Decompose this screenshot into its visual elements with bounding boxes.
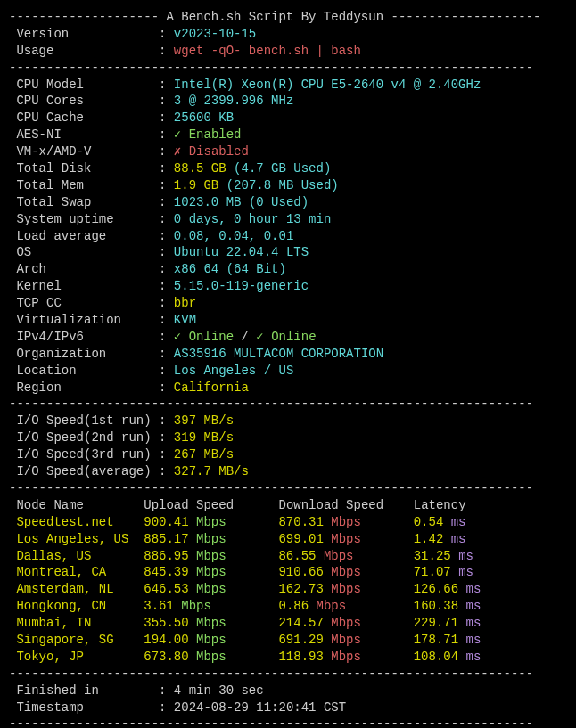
mem-row: Total Mem : 1.9 GB (207.8 MB Used) xyxy=(9,177,567,194)
upload-unit: Mbps xyxy=(196,515,226,529)
region-value: California xyxy=(174,380,249,395)
latency-unit: ms xyxy=(458,549,473,563)
latency-value: 126.66 xyxy=(414,582,466,596)
org-row: Organization : AS35916 MULTACOM CORPORAT… xyxy=(9,346,567,363)
latency-value: 31.25 xyxy=(414,549,458,563)
org-value: AS35916 MULTACOM CORPORATION xyxy=(174,347,383,361)
latency-value: 160.38 xyxy=(414,599,466,613)
os-row: OS : Ubuntu 22.04.4 LTS xyxy=(9,244,567,261)
latency-value: 178.71 xyxy=(414,633,466,647)
uptime-row: System uptime : 0 days, 0 hour 13 min xyxy=(9,211,567,228)
download-value: 699.01 xyxy=(278,532,331,546)
upload-unit: Mbps xyxy=(196,532,226,546)
kernel-row: Kernel : 5.15.0-119-generic xyxy=(9,278,567,295)
finished-value: 4 min 30 sec xyxy=(174,683,264,698)
download-unit: Mbps xyxy=(317,599,347,613)
io3-row: I/O Speed(3rd run) : 267 MB/s xyxy=(9,446,567,463)
swap-used: (0 Used) xyxy=(249,195,309,209)
download-value: 910.66 xyxy=(278,565,331,579)
node-name: Hongkong, CN xyxy=(16,599,136,613)
usage-label: Usage xyxy=(16,44,159,58)
latency-unit: ms xyxy=(466,599,481,613)
finished-row: Finished in : 4 min 30 sec xyxy=(9,683,567,699)
download-value: 691.29 xyxy=(278,633,331,647)
latency-value: 108.04 xyxy=(414,650,466,664)
upload-unit: Mbps xyxy=(196,549,226,563)
speedtest-row: Hongkong, CN 3.61 Mbps 0.86 Mbps 160.38 … xyxy=(9,598,567,615)
version-label: Version xyxy=(16,27,159,41)
arch-row: Arch : x86_64 (64 Bit) xyxy=(9,261,567,278)
upload-unit: Mbps xyxy=(196,616,226,630)
cpu-cores-value: 3 @ 2399.996 MHz xyxy=(174,94,293,108)
divider: ----------------------------------------… xyxy=(9,666,567,683)
upload-value: 194.00 xyxy=(144,633,196,647)
latency-value: 1.42 xyxy=(414,532,451,546)
speedtest-row: Tokyo, JP 673.80 Mbps 118.93 Mbps 108.04… xyxy=(9,649,567,666)
uptime-value: 0 days, 0 hour 13 min xyxy=(174,212,331,226)
io1-value: 397 MB/s xyxy=(174,413,234,428)
download-value: 870.31 xyxy=(278,515,331,529)
timestamp-row: Timestamp : 2024-08-29 11:20:41 CST xyxy=(9,699,567,716)
cpu-cores-row: CPU Cores : 3 @ 2399.996 MHz xyxy=(9,93,567,110)
upload-value: 3.61 xyxy=(144,599,181,613)
cpu-cache-value: 25600 KB xyxy=(174,110,234,125)
upload-value: 646.53 xyxy=(144,582,196,596)
download-value: 214.57 xyxy=(278,616,331,630)
header-line: -------------------- A Bench.sh Script B… xyxy=(9,9,567,26)
ipv4-value: ✓ Online xyxy=(174,330,234,344)
speedtest-row: Montreal, CA 845.39 Mbps 910.66 Mbps 71.… xyxy=(9,564,567,581)
mem-used: (207.8 MB Used) xyxy=(226,178,339,192)
latency-unit: ms xyxy=(466,650,481,664)
latency-value: 0.54 xyxy=(414,515,451,529)
download-unit: Mbps xyxy=(331,565,361,579)
speedtest-row: Singapore, SG 194.00 Mbps 691.29 Mbps 17… xyxy=(9,632,567,649)
node-name: Tokyo, JP xyxy=(16,650,136,664)
loc-value: Los Angeles / US xyxy=(174,364,293,378)
io1-row: I/O Speed(1st run) : 397 MB/s xyxy=(9,413,567,429)
download-unit: Mbps xyxy=(331,616,361,630)
col-node: Node Name xyxy=(16,498,84,512)
download-value: 86.55 xyxy=(278,549,323,563)
ipv-row: IPv4/IPv6 : ✓ Online / ✓ Online xyxy=(9,329,567,346)
vmx-value: ✗ Disabled xyxy=(174,144,249,159)
virt-value: KVM xyxy=(174,313,196,327)
speedtest-row: Speedtest.net 900.41 Mbps 870.31 Mbps 0.… xyxy=(9,514,567,531)
terminal-output: -------------------- A Bench.sh Script B… xyxy=(9,9,567,728)
region-row: Region : California xyxy=(9,380,567,397)
col-upload: Upload Speed xyxy=(144,498,234,512)
ioavg-row: I/O Speed(average) : 327.7 MB/s xyxy=(9,463,567,480)
download-value: 118.93 xyxy=(278,650,331,664)
tcp-value: bbr xyxy=(174,296,196,310)
latency-unit: ms xyxy=(466,582,481,596)
upload-unit: Mbps xyxy=(196,650,226,664)
node-name: Dallas, US xyxy=(16,549,136,563)
download-value: 0.86 xyxy=(278,599,316,613)
ipv6-value: ✓ Online xyxy=(256,330,316,344)
node-name: Montreal, CA xyxy=(16,565,136,579)
usage-value: wget -qO- bench.sh | bash xyxy=(174,44,361,58)
divider: ----------------------------------------… xyxy=(9,396,567,413)
mem-value: 1.9 GB xyxy=(174,178,218,192)
col-download: Download Speed xyxy=(279,498,384,512)
speedtest-row: Dallas, US 886.95 Mbps 86.55 Mbps 31.25 … xyxy=(9,548,567,565)
disk-row: Total Disk : 88.5 GB (4.7 GB Used) xyxy=(9,160,567,177)
node-name: Mumbai, IN xyxy=(16,616,136,630)
upload-value: 886.95 xyxy=(144,549,196,563)
speedtest-row: Mumbai, IN 355.50 Mbps 214.57 Mbps 229.7… xyxy=(9,615,567,632)
upload-value: 885.17 xyxy=(144,532,196,546)
upload-unit: Mbps xyxy=(196,582,226,596)
download-unit: Mbps xyxy=(331,582,361,596)
upload-unit: Mbps xyxy=(196,565,226,579)
load-value: 0.08, 0.04, 0.01 xyxy=(174,229,293,243)
virt-row: Virtualization : KVM xyxy=(9,312,567,329)
upload-value: 900.41 xyxy=(144,515,196,529)
version-row: Version : v2023-10-15 xyxy=(9,26,567,43)
timestamp-value: 2024-08-29 11:20:41 CST xyxy=(174,700,346,715)
divider: ----------------------------------------… xyxy=(9,716,567,728)
cpu-model-row: CPU Model : Intel(R) Xeon(R) CPU E5-2640… xyxy=(9,77,567,94)
ioavg-value: 327.7 MB/s xyxy=(174,464,249,479)
aesni-row: AES-NI : ✓ Enabled xyxy=(9,127,567,143)
download-value: 162.73 xyxy=(278,582,331,596)
version-value: v2023-10-15 xyxy=(174,27,256,41)
io3-value: 267 MB/s xyxy=(174,447,234,462)
